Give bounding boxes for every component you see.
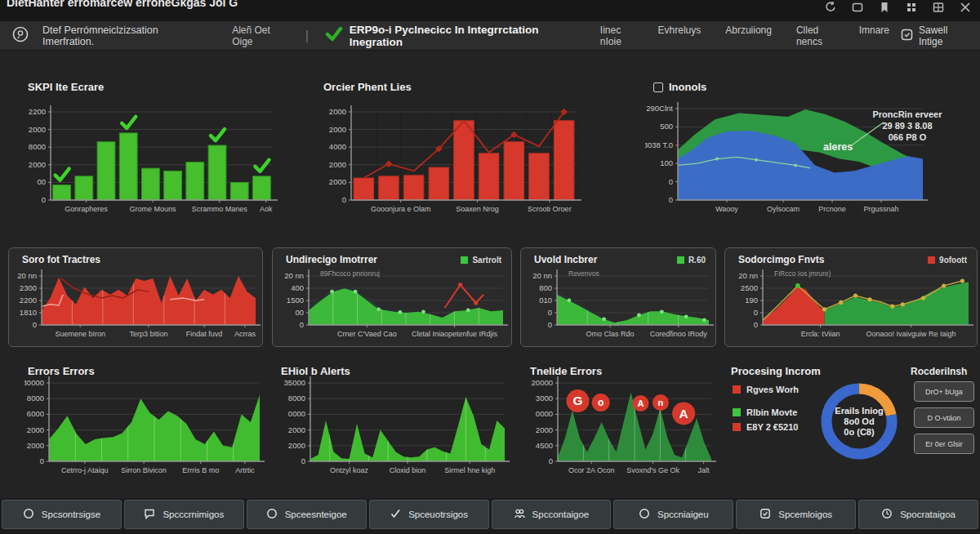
bottom-toolbar: Spcsontrsigse Spcccrnimigos Spceesnteigo… xyxy=(0,498,980,534)
nav-secondary-label[interactable]: Aleñ Oet Oige xyxy=(232,24,289,47)
svg-text:Acrras: Acrras xyxy=(234,330,256,338)
svg-text:0: 0 xyxy=(549,456,553,465)
nav-item-4[interactable]: Clled nencs xyxy=(796,24,835,47)
nav-item-1[interactable]: Iinec nIoie xyxy=(600,24,634,47)
nav-item-3[interactable]: Abrzuiiong xyxy=(725,24,772,47)
svg-text:Omo Clas Rdo: Omo Clas Rdo xyxy=(586,330,635,338)
svg-text:2000: 2000 xyxy=(329,107,346,116)
toolbar-button-5[interactable]: Spccontaigoe xyxy=(492,500,612,529)
circle-icon xyxy=(23,508,34,521)
grid-icon[interactable] xyxy=(905,1,918,14)
svg-text:800: 800 xyxy=(539,283,552,292)
svg-text:Prgussnah: Prgussnah xyxy=(863,205,898,213)
svg-text:00: 00 xyxy=(37,177,46,186)
svg-text:Findat fuvd: Findat fuvd xyxy=(186,330,223,338)
svg-text:6000: 6000 xyxy=(27,409,44,418)
toolbar-button-7[interactable]: Spcemloigos xyxy=(736,500,856,529)
toolbar-button-8[interactable]: Spocrataigoa xyxy=(858,500,978,529)
app-window-icon[interactable] xyxy=(851,1,864,14)
svg-text:Suemene bIron: Suemene bIron xyxy=(55,330,105,338)
legend-item: Rlbin Movte xyxy=(733,407,799,417)
undo-icon[interactable] xyxy=(824,1,837,14)
chart-title: Orcier Phent Lies xyxy=(323,81,412,93)
svg-text:Crner C'Vaed Cao: Crner C'Vaed Cao xyxy=(337,330,397,338)
svg-text:0000: 0000 xyxy=(288,409,305,418)
svg-text:2000: 2000 xyxy=(329,125,346,134)
window-titlebar: DietHanter erromarcew erroneGkgas Jol G xyxy=(0,0,980,21)
svg-text:2000: 2000 xyxy=(29,125,46,134)
svg-text:Cloxid bion: Cloxid bion xyxy=(390,466,426,474)
chart-subtitle: 89Fhcoco pnrionruj xyxy=(320,269,380,278)
svg-text:0000: 0000 xyxy=(536,409,553,418)
svg-text:0: 0 xyxy=(42,195,46,204)
chart-legend: Sartrolt xyxy=(461,256,501,265)
processing-legend: Rgves Worh Rlbin Movte E8Y 2 €5210 xyxy=(733,385,799,432)
svg-text:20 nn: 20 nn xyxy=(284,271,304,280)
legend-swatch xyxy=(733,385,741,394)
chat-bubble-icon xyxy=(11,25,29,47)
chart-note: ProncRin erveer 29 89 3 8.08 066 P8 O xyxy=(846,109,969,143)
layout-grid-icon[interactable] xyxy=(932,1,945,14)
clock-icon xyxy=(881,508,893,521)
side-button-2[interactable]: D O-vtáon xyxy=(914,407,974,428)
svg-text:2000: 2000 xyxy=(27,441,44,450)
svg-text:3000: 3000 xyxy=(536,394,553,403)
svg-text:2300: 2300 xyxy=(20,283,37,292)
check-icon xyxy=(390,508,401,521)
svg-text:Coredfinoo IRody: Coredfinoo IRody xyxy=(650,330,708,338)
toolbar-button-2[interactable]: Spcccrnimigos xyxy=(124,500,244,529)
nav-save-label: Sawell Intige xyxy=(919,24,969,47)
thelide-area-chart: 2000030000000200045000GoAnAOcor 2A OconS… xyxy=(527,365,719,487)
close-icon[interactable] xyxy=(959,1,972,14)
legend-swatch xyxy=(461,256,468,264)
side-button-3[interactable]: Er 0er Glsir xyxy=(914,434,974,454)
svg-text:00: 00 xyxy=(295,308,304,317)
circle-icon xyxy=(266,508,278,521)
toolbar-button-3[interactable]: Spceesnteigoe xyxy=(247,500,367,529)
svg-text:0: 0 xyxy=(40,456,44,465)
svg-text:0: 0 xyxy=(548,308,552,317)
svg-text:0: 0 xyxy=(342,195,346,204)
chart-title: Undirecigo Imotrrer xyxy=(286,254,377,265)
svg-text:Gonrapheres: Gonrapheres xyxy=(65,205,108,213)
undirecigo-chart-panel: Undirecigo Imotrrer Sartrolt 89Fhcoco pn… xyxy=(272,247,512,347)
svg-text:8000: 8000 xyxy=(29,142,46,151)
nav-item-2[interactable]: Evhreluys xyxy=(658,24,702,47)
svg-text:0: 0 xyxy=(548,320,552,329)
chart-title: Tnelide Errors xyxy=(530,365,602,377)
svg-text:2000: 2000 xyxy=(329,160,346,169)
svg-text:0: 0 xyxy=(669,177,673,186)
svg-text:Cetrro-j Ataiqu: Cetrro-j Ataiqu xyxy=(61,466,109,474)
chart-title: SKPI Ite Ecrare xyxy=(28,81,104,93)
checkbox-icon[interactable] xyxy=(653,82,663,92)
nav-separator: | xyxy=(305,29,309,43)
inonols-area-chart: 290Clnt5003038 T.010000WaooyOylsocamPrcn… xyxy=(645,76,980,235)
nav-item-5[interactable]: Imnare xyxy=(859,24,889,47)
kpi-bar-chart: 2200200080002000000GonrapheresGrome Moun… xyxy=(24,76,296,235)
svg-text:2200: 2200 xyxy=(29,107,46,116)
svg-text:Sirmel hne kigh: Sirmel hne kigh xyxy=(444,466,495,474)
svg-text:n: n xyxy=(658,398,664,407)
toolbar-button-1[interactable]: Spcsontrsigse xyxy=(2,500,122,529)
toolbar-button-4[interactable]: Spceuotrsigos xyxy=(369,500,489,529)
chart-annotation: aleres xyxy=(823,141,853,153)
svg-text:Aok: Aok xyxy=(260,205,273,213)
toolbar-button-6[interactable]: Spccniaigeu xyxy=(613,500,733,529)
svg-text:Artrtic: Artrtic xyxy=(235,466,255,474)
svg-text:0: 0 xyxy=(33,320,37,329)
bookmark-icon[interactable] xyxy=(878,1,891,14)
svg-text:290Clnt: 290Clnt xyxy=(646,104,673,113)
svg-text:A: A xyxy=(638,398,644,408)
svg-text:2000: 2000 xyxy=(288,441,305,450)
window-controls xyxy=(824,1,972,14)
nav-app-label: Dtef Perrómneiclzizsation Imerfration. xyxy=(42,24,199,47)
side-button-1[interactable]: DrO+ bUga xyxy=(914,381,974,402)
legend-swatch xyxy=(733,423,741,431)
side-column-title: Rocderilnsh xyxy=(911,366,967,377)
svg-text:Oylsocam: Oylsocam xyxy=(767,205,800,213)
legend-swatch xyxy=(733,408,741,416)
legend-item: Rgves Worh xyxy=(733,385,799,394)
nav-save-button[interactable]: Sawell Intige xyxy=(901,24,969,47)
svg-text:Cletal Iniaopetenfue IRdjis: Cletal Iniaopetenfue IRdjis xyxy=(412,330,498,338)
ehol-chart-panel: EHiol b Alerts 3500080000000200020000Ont… xyxy=(278,365,514,487)
